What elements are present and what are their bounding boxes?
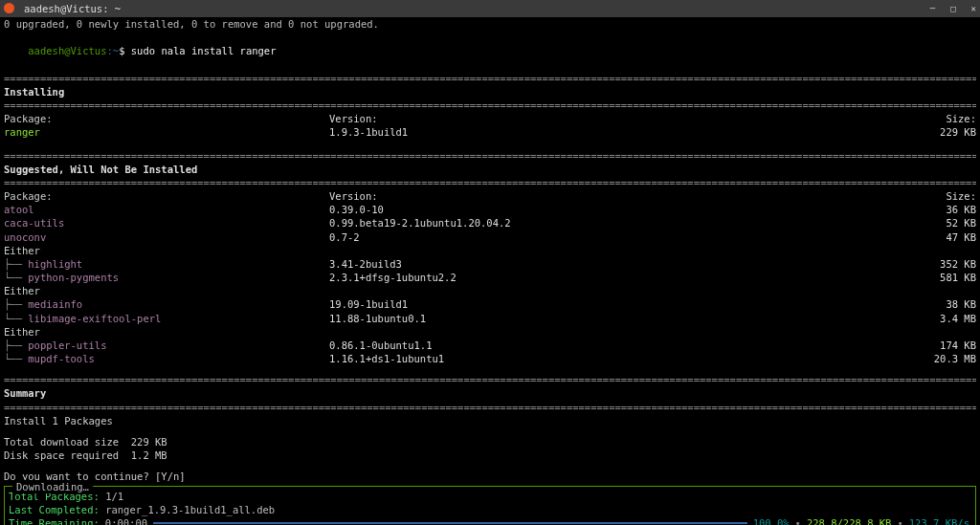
- downloading-box: Downloading… Total Packages: 1/1 Last Co…: [4, 486, 976, 526]
- minimize-icon[interactable]: [930, 3, 935, 14]
- header-row: Package: Version: Size:: [4, 112, 976, 125]
- installing-title: Installing: [4, 85, 976, 98]
- window-title: aadesh@Victus: ~: [24, 2, 121, 15]
- prompt-line[interactable]: aadesh@Victus:~$ sudo nala install range…: [4, 31, 976, 72]
- continue-prompt[interactable]: Do you want to continue? [Y/n]: [4, 470, 976, 483]
- suggested-title: Suggested, Will Not Be Installed: [4, 163, 976, 176]
- terminal-output: 0 upgraded, 0 newly installed, 0 to remo…: [0, 17, 980, 525]
- download-progress-bar: [153, 522, 747, 524]
- close-icon[interactable]: [971, 3, 976, 14]
- upgrade-line: 0 upgraded, 0 newly installed, 0 to remo…: [4, 17, 976, 31]
- window-titlebar: aadesh@Victus: ~: [0, 0, 980, 17]
- summary-title: Summary: [4, 386, 976, 400]
- pkg-row: ranger 1.9.3-1build1 229 KB: [4, 125, 976, 139]
- close-circle-icon[interactable]: [4, 3, 14, 13]
- maximize-icon[interactable]: [950, 3, 955, 14]
